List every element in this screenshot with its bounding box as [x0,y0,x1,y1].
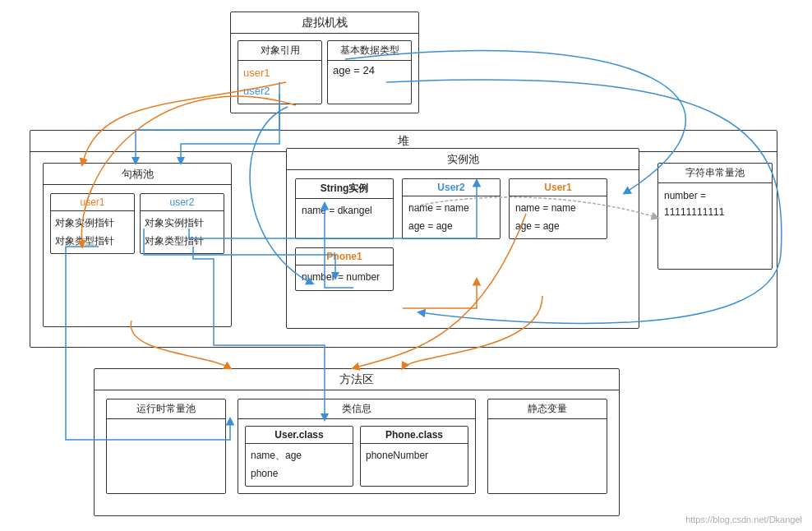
phone1-instance: Phone1 number = number [295,247,394,291]
string-inst-title: String实例 [296,179,393,199]
runtime-const-pool: 运行时常量池 [106,399,226,494]
user2-inst-title: User2 [403,179,500,196]
class-info-title: 类信息 [238,399,475,419]
handle-item-user2: user2 对象实例指针 对象类型指针 [140,193,224,254]
vms-ref-body: user1 user2 [238,61,321,104]
handle-pool: 句柄池 user1 对象实例指针 对象类型指针 user2 对象实例指针 对象类… [43,163,232,327]
vms-ref-title: 对象引用 [238,41,321,61]
handle-user1-row2: 对象类型指针 [55,233,130,251]
user-class-title: User.class [246,427,353,444]
user-class-row2: phone [251,465,348,483]
user2-instance: User2 name = name age = age [402,178,501,239]
user1-instance: User1 name = name age = age [509,178,607,239]
string-instance: String实例 name = dkangel [295,178,394,239]
user1-row2: age = age [515,218,601,236]
handle-user2-row2: 对象类型指针 [145,233,219,251]
user1-inst-body: name = name age = age [510,196,607,238]
method-area: 方法区 运行时常量池 类信息 User.class name、age phone [94,368,620,516]
user2-row2: age = age [408,218,494,236]
vms-prim-box: 基本数据类型 age = 24 [327,40,412,104]
phone1-inst-title: Phone1 [296,248,393,266]
vms-ref-user1: user1 [243,64,316,82]
handle-user2-row1: 对象实例指针 [145,215,219,233]
static-var-body [488,419,607,427]
watermark: https://blog.csdn.net/Dkangel [685,515,802,524]
str-pool-body: number =11111111111 [658,183,772,225]
handle-user1-body: 对象实例指针 对象类型指针 [51,211,134,253]
runtime-const-body [107,419,225,427]
handle-pool-title: 句柄池 [44,164,231,185]
handle-user1-row1: 对象实例指针 [55,215,130,233]
static-var: 静态变量 [487,399,607,494]
phone1-inst-body: number = number [296,266,393,290]
vms-ref-box: 对象引用 user1 user2 [238,40,322,104]
instance-pool-title: 实例池 [287,149,639,170]
runtime-const-title: 运行时常量池 [107,399,225,419]
str-pool-value: number =11111111111 [664,187,766,221]
phone-class-item: Phone.class phoneNumber [360,426,468,487]
handle-user1-title: user1 [51,194,134,211]
vms-prim-body: age = 24 [328,61,411,80]
string-inst-body: name = dkangel [296,199,393,224]
user2-row1: name = name [408,200,494,218]
user-class-body: name、age phone [246,444,353,486]
user-class-item: User.class name、age phone [245,426,353,487]
str-pool-title: 字符串常量池 [658,164,772,183]
instance-pool: 实例池 String实例 name = dkangel User2 name =… [286,148,639,329]
str-pool: 字符串常量池 number =11111111111 [657,163,773,270]
phone-class-body: phoneNumber [361,444,468,469]
method-area-title: 方法区 [95,369,619,390]
phone-class-row1: phoneNumber [366,447,463,465]
vms-title: 虚拟机栈 [231,12,418,34]
handle-user2-body: 对象实例指针 对象类型指针 [141,211,224,253]
diagram-container: 虚拟机栈 对象引用 user1 user2 基本数据类型 age = 24 堆 … [0,0,812,531]
vms-box: 虚拟机栈 对象引用 user1 user2 基本数据类型 age = 24 [230,12,419,113]
handle-item-user1: user1 对象实例指针 对象类型指针 [50,193,135,254]
vms-ref-user2: user2 [243,82,316,100]
static-var-title: 静态变量 [488,399,607,419]
vms-prim-title: 基本数据类型 [328,41,411,61]
user1-inst-title: User1 [510,179,607,196]
phone-class-title: Phone.class [361,427,468,444]
class-info-box: 类信息 User.class name、age phone Phone.clas… [238,399,476,494]
handle-user2-title: user2 [141,194,224,211]
user1-row1: name = name [515,200,601,218]
user2-inst-body: name = name age = age [403,196,500,238]
user-class-row1: name、age [251,447,348,465]
